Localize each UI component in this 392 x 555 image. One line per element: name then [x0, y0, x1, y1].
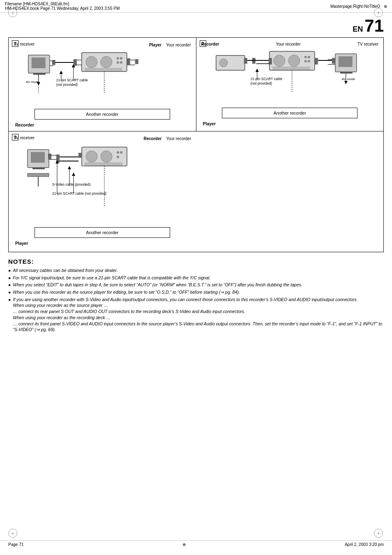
svg-rect-16: [85, 68, 122, 71]
svg-marker-25: [60, 71, 63, 74]
svg-point-11: [101, 56, 112, 68]
diagram-outer: 1 TV receiver Player Your recorder: [8, 37, 384, 252]
svg-rect-55: [340, 72, 352, 74]
svg-point-38: [273, 55, 285, 67]
diag1-another-recorder-text: Another recorder: [86, 112, 118, 117]
footer-date: April 2, 2003 3:20 pm: [345, 542, 384, 547]
svg-point-75: [101, 151, 112, 162]
svg-rect-36: [244, 58, 247, 64]
note-3-text: When you select “EDIT” to dub tapes in s…: [13, 282, 302, 288]
page-number-area: EN 71: [0, 13, 392, 37]
diagram-num-3: 3: [12, 134, 18, 140]
diagram-1: 1 TV receiver Player Your recorder: [9, 38, 196, 131]
svg-text:(not provided): (not provided): [56, 83, 78, 87]
note-5-bullet: ●: [8, 297, 11, 303]
corner-mark-tl: [8, 8, 18, 18]
note-4-text: When you use this recorder as the source…: [13, 289, 240, 295]
svg-text:AV mode: AV mode: [341, 77, 355, 81]
diag2-your-recorder-label: Your recorder: [276, 42, 301, 46]
svg-point-76: [117, 151, 119, 154]
svg-point-43: [307, 60, 310, 62]
svg-point-12: [117, 57, 119, 60]
svg-rect-2: [33, 73, 46, 75]
page-number: 71: [364, 16, 384, 36]
svg-marker-52: [255, 69, 258, 72]
notes-title: NOTES:: [8, 258, 384, 265]
note-2: ● For Y/C signal input/output, be sure t…: [8, 275, 384, 281]
diag2-another-recorder-box: Another recorder: [222, 108, 357, 118]
svg-text:S-Video cable (provided): S-Video cable (provided): [52, 182, 91, 187]
svg-rect-54: [338, 56, 352, 67]
svg-point-34: [219, 59, 227, 67]
diag3-role-label: Player: [15, 241, 28, 246]
svg-point-74: [86, 151, 97, 162]
svg-marker-90: [72, 173, 75, 176]
svg-rect-31: [135, 59, 138, 64]
svg-marker-87: [68, 166, 71, 169]
note-5: ● If you are using another recorder with…: [8, 297, 384, 333]
svg-point-13: [120, 57, 122, 60]
svg-text:21-pin SCART cable  (not provi: 21-pin SCART cable (not provided): [52, 191, 106, 196]
diagram-num-1: 1: [12, 40, 18, 47]
svg-text:(not provided): (not provided): [250, 81, 272, 85]
note-2-bullet: ●: [8, 275, 11, 281]
diag1-role-label: Recorder: [15, 122, 34, 127]
note-4: ● When you use this recorder as the sour…: [8, 289, 384, 295]
filename-label: Filename [HM-HDS4EX_06Edit.fm]: [5, 2, 120, 6]
diag2-role-label: Player: [203, 121, 216, 126]
page-header: Filename [HM-HDS4EX_06Edit.fm] HM-HDS4EX…: [0, 0, 392, 13]
diagram-3: 3 TV receiver Recorder Your recorder: [9, 131, 196, 252]
diagram-row-bottom: 3 TV receiver Recorder Your recorder: [9, 131, 383, 252]
svg-marker-61: [344, 81, 347, 84]
note-2-text: For Y/C signal input/output, be sure to …: [13, 275, 210, 281]
svg-point-14: [117, 61, 119, 64]
svg-rect-66: [31, 152, 45, 163]
svg-point-10: [86, 56, 97, 68]
footer-center: ⊕: [182, 542, 186, 547]
corner-mark-br: [374, 529, 384, 539]
diag3-another-recorder-text: Another recorder: [86, 230, 119, 235]
svg-text:21-pin SCART cable: 21-pin SCART cable: [250, 77, 282, 81]
diag2-tv-label: TV receiver: [357, 42, 378, 46]
diag1-another-recorder-box: Another recorder: [35, 109, 170, 120]
corner-mark-tr: [374, 8, 384, 18]
diag1-svg: AV mode: [12, 48, 193, 105]
footer-page: Page 71: [8, 542, 23, 547]
svg-point-39: [288, 55, 300, 67]
svg-rect-79: [85, 163, 122, 165]
note-4-bullet: ●: [8, 289, 11, 295]
diagram-row-top: 1 TV receiver Player Your recorder: [9, 38, 383, 131]
note-1-text: All necessary cables can be obtained fro…: [13, 267, 118, 274]
diag2-another-recorder-text: Another recorder: [274, 111, 306, 115]
note-3: ● When you select “EDIT” to dub tapes in…: [8, 282, 384, 288]
en-label: EN: [353, 25, 363, 34]
diagram-2: 2 Recorder Your recorder TV receiver: [196, 38, 384, 131]
svg-rect-30: [127, 58, 130, 65]
svg-rect-71: [28, 173, 49, 177]
svg-point-41: [307, 56, 310, 58]
diagram-num-2: 2: [200, 40, 206, 47]
note-5-text: If you are using another recorder with S…: [13, 297, 384, 333]
diag3-svg: S-Video cable (provided) 21-pin SCART ca…: [12, 141, 193, 223]
svg-rect-67: [32, 168, 45, 169]
svg-point-40: [304, 56, 307, 58]
svg-rect-68: [48, 154, 51, 159]
svg-point-77: [120, 151, 122, 154]
svg-rect-63: [314, 58, 318, 64]
svg-rect-21: [74, 59, 77, 66]
svg-text:AV mode: AV mode: [25, 80, 39, 84]
diag3-your-recorder-label: Your recorder: [166, 136, 191, 141]
note-1: ● All necessary cables can be obtained f…: [8, 267, 384, 274]
svg-point-78: [117, 156, 119, 158]
diag1-your-recorder-label: Your recorder: [166, 43, 191, 47]
note-1-bullet: ●: [8, 267, 11, 274]
diag3-recorder-label: Recorder: [144, 136, 162, 141]
diagram-empty-right: [196, 131, 383, 252]
diag1-player-label: Player: [149, 43, 161, 47]
svg-rect-20: [52, 60, 55, 65]
svg-point-42: [304, 60, 307, 62]
svg-rect-83: [56, 154, 60, 159]
diag2-svg: 21-pin SCART cable (not provided) AV mod…: [200, 46, 380, 104]
book-ref-label: HM-HDS4EX.book Page 71 Wednesday, April …: [5, 6, 120, 11]
cross-mark-header: ⊕: [384, 4, 387, 9]
